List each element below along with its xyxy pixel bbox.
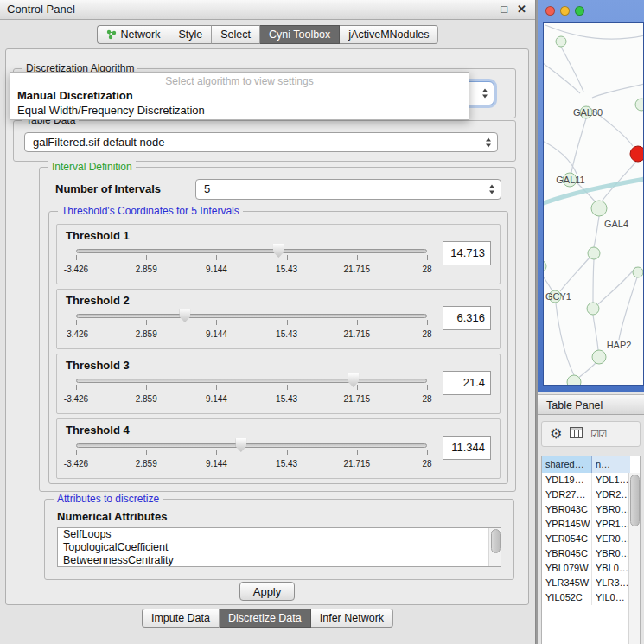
column-header-shared-name[interactable]: shared… <box>542 456 592 473</box>
network-node[interactable] <box>633 267 643 277</box>
threshold-value-field[interactable]: 11.344 <box>443 436 491 460</box>
list-scrollbar[interactable] <box>488 528 501 566</box>
tab-select[interactable]: Select <box>212 25 260 44</box>
slider-tick <box>182 450 182 453</box>
algorithm-option[interactable]: Equal Width/Frequency Discretization <box>10 103 469 118</box>
attribute-list-item[interactable]: TopologicalCoefficient <box>58 541 501 554</box>
slider-tick <box>287 385 288 390</box>
float-window-icon[interactable]: □ <box>501 2 507 17</box>
network-edge[interactable] <box>594 216 599 247</box>
network-node[interactable] <box>591 201 607 216</box>
network-node[interactable] <box>544 260 546 272</box>
threshold-slider[interactable] <box>76 373 427 391</box>
table-scrollbar-thumb[interactable] <box>630 475 640 526</box>
minimize-traffic-light-icon[interactable] <box>560 6 570 16</box>
network-node-selected[interactable] <box>630 146 644 162</box>
slider-tick <box>216 450 217 455</box>
algorithm-option[interactable]: Manual Discretization <box>10 88 469 103</box>
apply-button[interactable]: Apply <box>239 582 295 601</box>
slider-scale-label: -3.426 <box>64 459 88 469</box>
slider-scale-label: 2.859 <box>136 394 157 404</box>
network-node[interactable] <box>635 99 644 111</box>
network-node[interactable] <box>556 36 566 47</box>
network-edge[interactable] <box>619 277 637 340</box>
tab-style[interactable]: Style <box>169 25 212 44</box>
network-node-label: GAL80 <box>573 107 603 118</box>
tab-impute-data[interactable]: Impute Data <box>142 609 220 628</box>
node-table: shared… n… YDL19…YDL1…YDR27…YDR2…YBR043C… <box>541 456 641 644</box>
cell-name: YER0… <box>592 532 630 546</box>
network-edge[interactable] <box>556 303 574 375</box>
number-of-intervals-combobox[interactable]: 5 <box>195 179 501 200</box>
network-edge[interactable] <box>592 84 644 98</box>
table-data-combobox[interactable]: galFiltered.sif default node <box>24 132 498 152</box>
cell-name: YDR2… <box>592 488 630 502</box>
zoom-traffic-light-icon[interactable] <box>575 6 584 16</box>
network-node[interactable] <box>587 303 599 315</box>
table-row[interactable]: YBR045CYBR0… <box>542 546 640 561</box>
network-node[interactable] <box>592 350 606 364</box>
slider-thumb[interactable] <box>273 244 284 258</box>
threshold-slider[interactable] <box>76 438 427 456</box>
tab-jactivemnodules[interactable]: jActiveMNodules <box>340 25 438 44</box>
network-node[interactable] <box>588 247 600 259</box>
table-row[interactable]: YLR345WYLR3… <box>542 576 640 590</box>
threshold-slider[interactable] <box>76 309 427 326</box>
column-checkboxes-icon[interactable]: ☑☑ <box>590 430 606 439</box>
table-row[interactable]: YBL079WYBL0… <box>542 561 640 576</box>
network-edge[interactable] <box>544 60 580 93</box>
network-canvas[interactable]: GAL80GAL11GAL4GCY1HAP2 <box>543 22 644 386</box>
network-edge[interactable] <box>577 363 596 379</box>
list-scrollbar-thumb[interactable] <box>491 529 501 553</box>
network-node-label: GAL11 <box>556 175 584 185</box>
network-edge[interactable] <box>593 315 598 350</box>
close-traffic-light-icon[interactable] <box>545 6 555 16</box>
cell-name: YBL0… <box>592 561 630 576</box>
threshold-value-field[interactable]: 6.316 <box>443 306 491 330</box>
column-header-name[interactable]: n… <box>592 456 630 473</box>
network-edge[interactable] <box>544 272 552 291</box>
table-row[interactable]: YIL052CYIL0… <box>542 590 640 605</box>
slider-thumb[interactable] <box>235 438 246 452</box>
table-scrollbar[interactable] <box>628 473 640 644</box>
threshold-value-field[interactable]: 14.713 <box>443 241 491 265</box>
network-edge[interactable] <box>593 259 594 303</box>
table-row[interactable]: YDL19…YDL1… <box>542 473 640 488</box>
table-row[interactable]: YER054CYER0… <box>542 532 640 546</box>
table-columns-icon[interactable] <box>570 427 583 441</box>
attribute-list-item[interactable]: SelfLoops <box>58 528 501 541</box>
tab-label: jActiveMNodules <box>348 29 429 41</box>
slider-tick <box>392 320 392 323</box>
network-edge[interactable] <box>560 258 590 291</box>
tab-discretize-data[interactable]: Discretize Data <box>220 609 311 628</box>
close-panel-icon[interactable]: ✕ <box>517 2 526 17</box>
numerical-attributes-label: Numerical Attributes <box>57 510 167 523</box>
slider-tick <box>357 450 358 455</box>
settings-gear-icon[interactable]: ⚙ <box>550 427 562 441</box>
table-row[interactable]: YDR27…YDR2… <box>542 488 640 502</box>
network-edge[interactable] <box>571 118 586 173</box>
network-edge[interactable] <box>561 47 583 92</box>
tab-infer-network[interactable]: Infer Network <box>311 609 393 628</box>
numerical-attributes-list[interactable]: SelfLoopsTopologicalCoefficientBetweenne… <box>57 527 501 567</box>
cell-shared-name: YDR27… <box>542 488 592 502</box>
slider-scale-label: 9.144 <box>206 265 227 274</box>
attribute-list-item[interactable]: BetweennessCentrality <box>58 554 501 567</box>
cell-name: YIL0… <box>592 590 630 605</box>
network-node[interactable] <box>567 375 581 386</box>
tab-cyni-toolbox[interactable]: Cyni Toolbox <box>260 25 340 44</box>
table-row[interactable]: YPR145WYPR1… <box>542 517 640 532</box>
tab-network[interactable]: Network <box>97 25 170 44</box>
table-row[interactable]: YBR043CYBR0… <box>542 502 640 517</box>
slider-scale-label: -3.426 <box>64 394 88 404</box>
cell-shared-name: YIL052C <box>542 590 592 605</box>
threshold-block: Threshold 1-3.4262.8599.14415.4321.71528… <box>56 224 501 284</box>
slider-tick <box>146 255 147 260</box>
slider-tick <box>322 385 322 388</box>
table-data-value: galFiltered.sif default node <box>33 133 164 151</box>
threshold-slider[interactable] <box>76 244 427 261</box>
cell-name: YLR3… <box>592 576 630 590</box>
slider-tick <box>112 450 112 453</box>
table-toolbar: ⚙ ☑☑ <box>541 421 641 447</box>
threshold-value-field[interactable]: 21.4 <box>443 371 491 395</box>
